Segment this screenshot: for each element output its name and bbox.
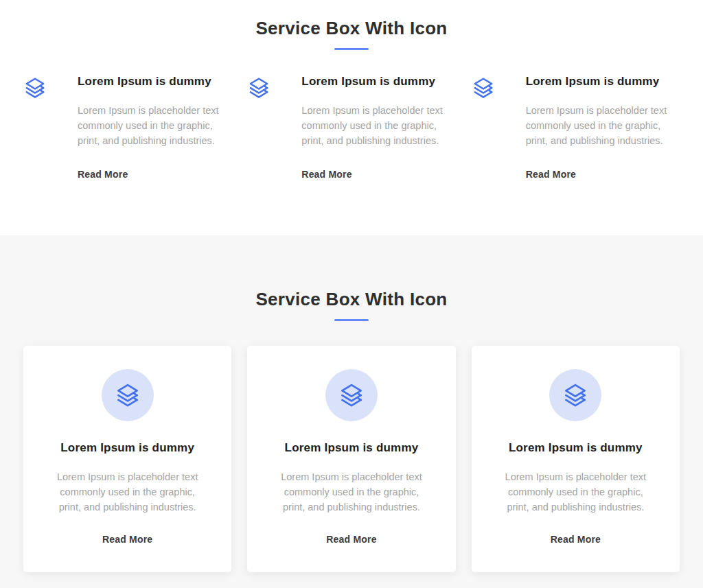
icon-circle xyxy=(102,369,154,421)
service-box-content: Lorem Ipsum is dummy Lorem Ipsum is plac… xyxy=(526,75,680,180)
layers-icon xyxy=(23,75,78,99)
read-more-link[interactable]: Read More xyxy=(326,534,376,545)
icon-circle xyxy=(549,369,601,421)
service-description: Lorem Ipsum is placeholder text commonly… xyxy=(526,103,680,148)
service-box: Lorem Ipsum is dummy Lorem Ipsum is plac… xyxy=(472,75,680,180)
read-more-link[interactable]: Read More xyxy=(526,169,576,180)
service-card: Lorem Ipsum is dummy Lorem Ipsum is plac… xyxy=(247,346,455,572)
service-description: Lorem Ipsum is placeholder text commonly… xyxy=(78,103,231,148)
read-more-link[interactable]: Read More xyxy=(102,534,152,545)
service-boxes-row: Lorem Ipsum is dummy Lorem Ipsum is plac… xyxy=(23,75,680,180)
service-description: Lorem Ipsum is placeholder text commonly… xyxy=(273,469,430,515)
title-underline xyxy=(334,319,369,321)
layers-icon xyxy=(472,75,526,99)
service-box-content: Lorem Ipsum is dummy Lorem Ipsum is plac… xyxy=(301,75,455,180)
read-more-link[interactable]: Read More xyxy=(78,169,128,180)
service-box: Lorem Ipsum is dummy Lorem Ipsum is plac… xyxy=(23,75,231,180)
layers-icon xyxy=(115,382,141,408)
service-description: Lorem Ipsum is placeholder text commonly… xyxy=(49,469,207,515)
service-cards-row: Lorem Ipsum is dummy Lorem Ipsum is plac… xyxy=(23,346,680,572)
service-section-cards: Service Box With Icon Lorem Ipsum is dum… xyxy=(0,235,703,588)
service-title: Lorem Ipsum is dummy xyxy=(261,441,441,455)
service-description: Lorem Ipsum is placeholder text commonly… xyxy=(496,469,654,515)
service-title: Lorem Ipsum is dummy xyxy=(78,75,231,89)
layers-icon xyxy=(338,382,365,408)
service-title: Lorem Ipsum is dummy xyxy=(526,75,680,89)
service-section-inline: Service Box With Icon Lorem Ipsum is dum… xyxy=(0,0,703,235)
service-title: Lorem Ipsum is dummy xyxy=(37,441,218,455)
icon-circle xyxy=(325,369,378,421)
service-title: Lorem Ipsum is dummy xyxy=(485,441,666,455)
layers-icon xyxy=(247,75,301,99)
service-card: Lorem Ipsum is dummy Lorem Ipsum is plac… xyxy=(23,346,231,572)
service-description: Lorem Ipsum is placeholder text commonly… xyxy=(301,103,455,148)
service-box-content: Lorem Ipsum is dummy Lorem Ipsum is plac… xyxy=(78,75,231,180)
read-more-link[interactable]: Read More xyxy=(301,169,352,180)
service-card: Lorem Ipsum is dummy Lorem Ipsum is plac… xyxy=(472,346,680,572)
section-title: Service Box With Icon xyxy=(23,18,680,39)
read-more-link[interactable]: Read More xyxy=(551,534,601,545)
title-underline xyxy=(334,48,369,50)
layers-icon xyxy=(562,382,588,408)
service-box: Lorem Ipsum is dummy Lorem Ipsum is plac… xyxy=(247,75,455,180)
section-title: Service Box With Icon xyxy=(23,289,680,310)
service-title: Lorem Ipsum is dummy xyxy=(301,75,455,89)
